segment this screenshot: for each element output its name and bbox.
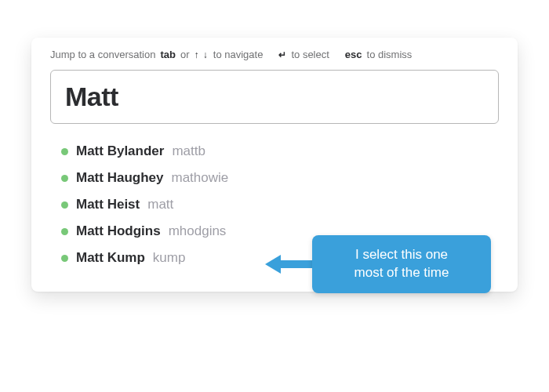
result-username: kump [153,250,186,266]
result-username: mhodgins [169,223,227,239]
callout-line-1: I select this one [329,246,474,264]
presence-dot-icon [61,201,68,209]
search-field-wrapper[interactable] [50,70,499,124]
annotation-callout: I select this one most of the time [312,235,491,293]
hint-intro: Jump to a conversation [50,49,155,60]
callout-line-2: most of the time [329,264,474,282]
result-username: mattb [172,143,205,159]
result-item[interactable]: Matt Haughey mathowie [61,165,499,191]
result-item[interactable]: Matt Bylander mattb [61,138,499,165]
keyboard-hints: Jump to a conversation tab or ↑ ↓ to nav… [50,49,499,60]
key-esc: esc [345,49,362,60]
hint-select: to select [291,49,329,60]
result-display-name: Matt Heist [76,197,140,212]
hint-dismiss: to dismiss [367,49,413,60]
result-item[interactable]: Matt Heist matt [61,191,499,218]
hint-navigate: to navigate [213,49,264,60]
presence-dot-icon [61,175,68,182]
presence-dot-icon [61,255,68,262]
search-input[interactable] [65,82,484,112]
result-display-name: Matt Haughey [76,170,163,186]
hint-or: or [180,49,190,60]
key-arrows: ↑ ↓ [194,49,208,60]
presence-dot-icon [61,148,68,155]
key-tab: tab [160,49,176,60]
result-display-name: Matt Hodgins [76,223,161,239]
result-username: mathowie [171,170,228,186]
key-enter: ↵ [278,49,286,60]
result-display-name: Matt Kump [76,250,145,266]
presence-dot-icon [61,228,68,235]
result-username: matt [147,197,173,212]
result-display-name: Matt Bylander [76,143,164,159]
